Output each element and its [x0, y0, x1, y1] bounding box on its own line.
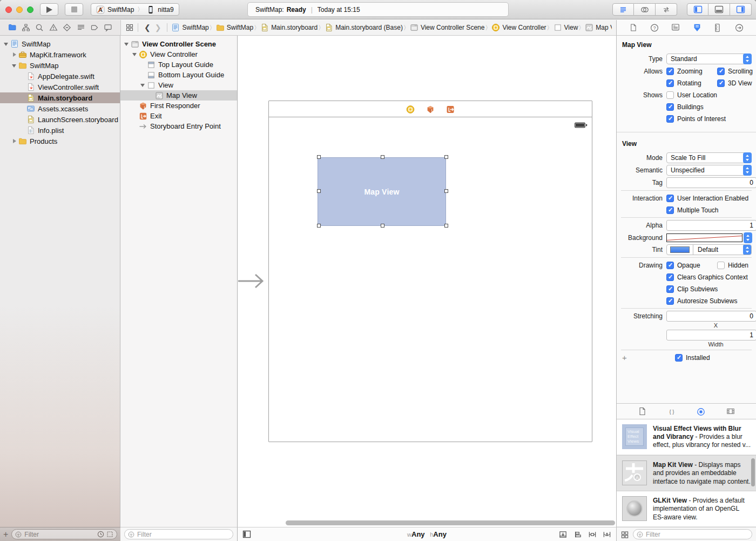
project-navigator-tab[interactable] — [8, 23, 17, 32]
navigator-item[interactable]: ViewController.swift — [0, 82, 120, 92]
canvas-horizontal-scrollbar[interactable] — [286, 520, 615, 525]
buildings-checkbox[interactable] — [666, 103, 674, 111]
disclosure-triangle[interactable] — [132, 51, 138, 57]
close-window-button[interactable] — [5, 6, 12, 13]
toggle-inspector-button[interactable] — [730, 3, 752, 16]
back-button[interactable]: ❮ — [142, 23, 153, 32]
file-inspector-tab[interactable] — [629, 23, 638, 32]
clip-subviews-checkbox[interactable] — [666, 285, 674, 293]
outline-item[interactable]: 1First Responder — [120, 101, 237, 111]
navigator-item[interactable]: SwiftMap — [0, 38, 120, 49]
selection-handle[interactable] — [444, 189, 448, 193]
hidden-checkbox[interactable] — [717, 262, 725, 269]
zoom-window-button[interactable] — [27, 6, 33, 13]
breadcrumb-item[interactable]: SwiftMap — [171, 23, 208, 32]
alpha-field[interactable] — [666, 220, 756, 231]
scm-status-icon[interactable] — [106, 531, 113, 538]
3d-view-checkbox[interactable] — [717, 79, 725, 87]
connections-inspector-tab[interactable] — [735, 23, 744, 32]
breadcrumb-item[interactable]: View — [554, 23, 578, 32]
outline-item[interactable]: Storyboard Entry Point — [120, 121, 237, 131]
clears-graphics-context-checkbox[interactable] — [666, 273, 674, 281]
navigator-item[interactable]: Products — [0, 136, 120, 146]
breadcrumb-item[interactable]: AMap View — [585, 23, 612, 32]
navigator-item[interactable]: Assets.xcassets — [0, 103, 120, 114]
outline-item[interactable]: View Controller — [120, 49, 237, 59]
stretching-x-field[interactable] — [666, 311, 756, 322]
media-library-icon[interactable] — [726, 407, 735, 416]
navigator-item[interactable]: AppDelegate.swift — [0, 71, 120, 82]
opaque-checkbox[interactable] — [666, 262, 674, 269]
disclosure-triangle[interactable] — [11, 52, 17, 58]
quick-help-inspector-tab[interactable]: ? — [650, 23, 659, 32]
selection-handle[interactable] — [381, 155, 384, 159]
disclosure-triangle[interactable] — [140, 82, 146, 88]
stretching-width-field[interactable] — [666, 330, 756, 340]
installed-checkbox[interactable] — [675, 354, 683, 362]
selection-handle[interactable] — [444, 155, 448, 159]
pin-constraints-icon[interactable] — [588, 530, 597, 539]
search-navigator-tab[interactable] — [35, 23, 44, 32]
stop-button[interactable] — [65, 3, 83, 16]
toggle-document-outline-icon[interactable] — [242, 530, 251, 539]
library-item[interactable]: VisualEffectViewsVisual Effect Views wit… — [617, 419, 756, 455]
navigator-item[interactable]: SwiftMap — [0, 60, 120, 71]
file-template-library-icon[interactable] — [638, 407, 646, 416]
mode-dropdown[interactable]: Scale To Fill — [666, 152, 752, 163]
standard-editor-button[interactable] — [612, 3, 634, 16]
debug-navigator-tab[interactable] — [77, 23, 85, 32]
toggle-navigator-button[interactable] — [687, 3, 708, 16]
resolve-autolayout-icon[interactable] — [603, 530, 611, 539]
selection-handle[interactable] — [317, 189, 321, 193]
report-navigator-tab[interactable] — [104, 23, 112, 32]
outline-item[interactable]: View — [120, 80, 237, 90]
library-item[interactable]: AMap Kit View - Displays maps and provid… — [617, 455, 756, 491]
tint-control[interactable]: Default — [666, 244, 752, 255]
user-interaction-enabled-checkbox[interactable] — [666, 195, 674, 202]
assistant-editor-button[interactable] — [634, 3, 656, 16]
selection-handle[interactable] — [444, 224, 448, 228]
library-scrollbar[interactable] — [751, 458, 755, 486]
version-editor-button[interactable] — [656, 3, 677, 16]
map-type-dropdown[interactable]: Standard — [666, 54, 752, 64]
rotating-checkbox[interactable] — [666, 79, 674, 87]
selection-handle[interactable] — [381, 224, 384, 228]
library-filter-field[interactable]: Filter — [633, 529, 752, 539]
outline-item[interactable]: Bottom Layout Guide — [120, 70, 237, 80]
multiple-touch-checkbox[interactable] — [666, 206, 674, 214]
view-controller-icon[interactable] — [406, 105, 415, 113]
code-snippet-library-icon[interactable]: { } — [667, 407, 676, 416]
test-navigator-tab[interactable] — [63, 23, 71, 32]
navigator-item[interactable]: LaunchScreen.storyboard — [0, 114, 120, 125]
embed-in-stack-icon[interactable] — [559, 530, 568, 539]
object-library-icon[interactable] — [697, 407, 705, 416]
stepper-icon[interactable] — [744, 232, 752, 243]
add-variation-button[interactable]: + — [621, 353, 632, 362]
autoresize-subviews-checkbox[interactable] — [666, 297, 674, 305]
semantic-dropdown[interactable]: Unspecified — [666, 165, 752, 176]
forward-button[interactable]: ❯ — [153, 23, 164, 32]
attributes-inspector-tab[interactable] — [693, 23, 701, 32]
breadcrumb-item[interactable]: SwiftMap — [216, 23, 253, 32]
selection-handle[interactable] — [317, 224, 321, 228]
disclosure-triangle[interactable] — [124, 41, 130, 47]
background-color-well[interactable] — [666, 233, 742, 242]
breadcrumb-item[interactable]: View Controller — [491, 23, 546, 32]
run-button[interactable] — [40, 3, 58, 16]
navigator-filter-field[interactable]: Filter — [11, 529, 117, 539]
navigator-item[interactable]: Main.storyboard — [0, 92, 120, 103]
minimize-window-button[interactable] — [16, 6, 23, 13]
disclosure-triangle[interactable] — [11, 138, 17, 144]
storyboard-canvas[interactable]: 1 Map View — [238, 36, 616, 527]
mapview-canvas-object[interactable]: Map View — [318, 157, 446, 226]
outline-filter-field[interactable]: Filter — [124, 529, 233, 539]
user-location-checkbox[interactable] — [666, 91, 674, 99]
related-items-icon[interactable] — [125, 23, 134, 32]
navigator-item[interactable]: MapKit.framework — [0, 49, 120, 60]
scheme-selector[interactable]: A SwiftMap 〉 nitta9 — [91, 3, 179, 16]
breakpoint-navigator-tab[interactable] — [90, 23, 99, 32]
exit-icon[interactable] — [446, 105, 455, 113]
first-responder-icon[interactable]: 1 — [426, 105, 435, 113]
zooming-checkbox[interactable] — [666, 68, 674, 75]
symbol-navigator-tab[interactable] — [22, 23, 30, 32]
